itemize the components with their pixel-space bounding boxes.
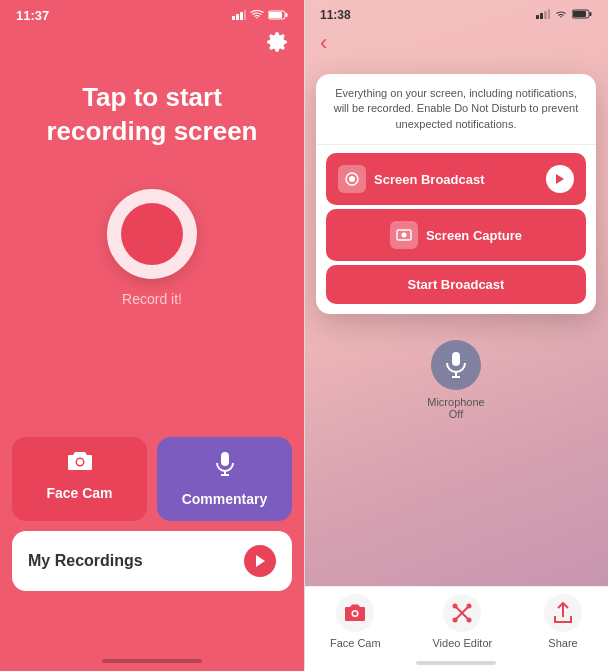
tab-video-editor[interactable]: Video Editor — [432, 594, 492, 649]
modal-description: Everything on your screen, including not… — [316, 74, 596, 145]
svg-rect-2 — [240, 12, 243, 20]
svg-point-36 — [453, 618, 458, 623]
mic-label-line1: Microphone — [427, 396, 484, 408]
home-bar-left — [102, 659, 202, 663]
svg-rect-11 — [221, 452, 229, 466]
gear-button-area[interactable] — [0, 27, 304, 61]
main-title: Tap to start recording screen — [27, 81, 278, 149]
status-bar-right: 11:38 — [304, 0, 608, 26]
mic-label: Microphone Off — [427, 396, 484, 420]
svg-rect-20 — [573, 11, 586, 17]
commentary-button[interactable]: Commentary — [157, 437, 292, 521]
svg-rect-18 — [548, 9, 550, 19]
capture-icon — [390, 221, 418, 249]
svg-rect-15 — [536, 15, 539, 19]
svg-rect-0 — [232, 16, 235, 20]
svg-point-22 — [349, 176, 355, 182]
screen-capture-label: Screen Capture — [426, 228, 522, 243]
home-bar-right — [416, 661, 496, 665]
video-editor-tab-icon — [443, 594, 481, 632]
time-left: 11:37 — [16, 8, 49, 23]
bottom-buttons: Face Cam Commentary My Recordings — [12, 437, 292, 591]
svg-rect-3 — [244, 10, 246, 20]
svg-rect-16 — [540, 13, 543, 19]
screen-broadcast-button[interactable]: Screen Broadcast — [326, 153, 586, 205]
face-cam-tab-icon — [336, 594, 374, 632]
action-buttons-row: Face Cam Commentary — [12, 437, 292, 521]
camera-icon — [67, 451, 93, 477]
signal-icon-right — [536, 9, 550, 21]
mic-label-line2: Off — [427, 408, 484, 420]
start-broadcast-label: Start Broadcast — [408, 277, 505, 292]
battery-icon-right — [572, 9, 592, 21]
tab-share[interactable]: Share — [544, 594, 582, 649]
tab-face-cam[interactable]: Face Cam — [330, 594, 381, 649]
my-recordings-button[interactable]: My Recordings — [12, 531, 292, 591]
broadcast-icon — [338, 165, 366, 193]
screen-broadcast-label: Screen Broadcast — [374, 172, 485, 187]
mic-circle[interactable] — [431, 340, 481, 390]
svg-marker-14 — [256, 555, 265, 567]
record-button-container[interactable]: Record it! — [107, 189, 197, 307]
play-icon-broadcast — [546, 165, 574, 193]
svg-point-8 — [77, 459, 83, 465]
svg-point-26 — [401, 233, 406, 238]
mic-icon — [215, 451, 235, 483]
record-label: Record it! — [122, 291, 182, 307]
my-recordings-label: My Recordings — [28, 552, 143, 570]
bottom-tab-bar: Face Cam Video Editor — [304, 586, 608, 671]
svg-rect-21 — [590, 12, 592, 16]
record-button-outer[interactable] — [107, 189, 197, 279]
status-icons-left — [232, 10, 288, 22]
svg-point-35 — [467, 604, 472, 609]
play-icon[interactable] — [244, 545, 276, 577]
face-cam-button[interactable]: Face Cam — [12, 437, 147, 521]
microphone-section: Microphone Off — [304, 340, 608, 420]
back-button[interactable]: ‹ — [304, 26, 608, 64]
commentary-label: Commentary — [182, 491, 268, 507]
video-editor-tab-label: Video Editor — [432, 637, 492, 649]
battery-icon-left — [268, 10, 288, 22]
phone-divider — [304, 0, 305, 671]
share-tab-icon — [544, 594, 582, 632]
start-broadcast-button[interactable]: Start Broadcast — [326, 265, 586, 304]
svg-rect-6 — [286, 13, 288, 17]
svg-point-37 — [467, 618, 472, 623]
record-button-inner[interactable] — [121, 203, 183, 265]
svg-rect-5 — [269, 12, 282, 18]
broadcast-modal: Everything on your screen, including not… — [316, 74, 596, 314]
screen-capture-button[interactable]: Screen Capture — [326, 209, 586, 261]
gear-icon[interactable] — [266, 31, 288, 53]
share-tab-label: Share — [548, 637, 577, 649]
svg-rect-1 — [236, 14, 239, 20]
svg-point-34 — [453, 604, 458, 609]
wifi-icon-left — [250, 10, 264, 22]
wifi-icon-right — [554, 9, 568, 21]
svg-marker-24 — [556, 174, 564, 184]
time-right: 11:38 — [320, 8, 351, 22]
svg-rect-17 — [544, 11, 547, 19]
right-phone: 11:38 — [304, 0, 608, 671]
face-cam-label: Face Cam — [46, 485, 112, 501]
status-icons-right — [536, 9, 592, 21]
left-phone: 11:37 — [0, 0, 304, 671]
svg-point-31 — [353, 612, 357, 616]
svg-rect-27 — [452, 352, 460, 366]
face-cam-tab-label: Face Cam — [330, 637, 381, 649]
status-bar-left: 11:37 — [0, 0, 304, 27]
signal-icon-left — [232, 10, 246, 22]
